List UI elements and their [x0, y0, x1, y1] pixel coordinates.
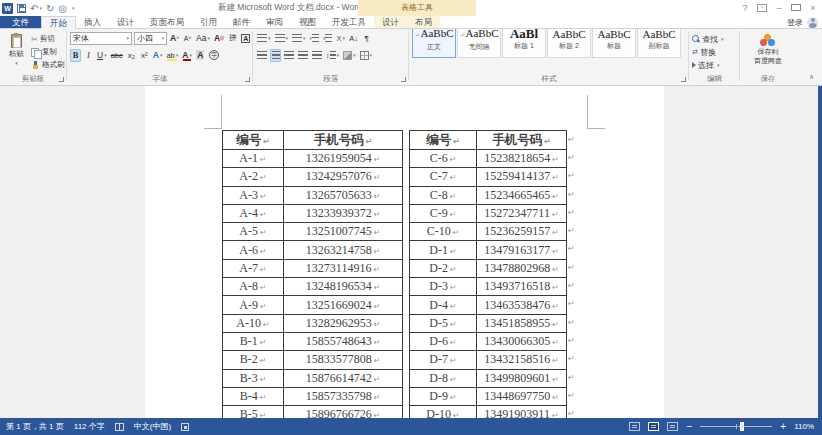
italic-button[interactable]: I	[83, 49, 94, 62]
grow-font-button[interactable]: A˄	[169, 32, 180, 45]
help-button[interactable]: ?	[740, 3, 750, 13]
close-button[interactable]: ×	[808, 3, 818, 13]
tab-references[interactable]: 引用	[192, 16, 225, 28]
change-case-button[interactable]: Aa▾	[195, 32, 211, 45]
table-cell[interactable]: 13432158516↵	[477, 351, 567, 369]
table-cell[interactable]: 13273114916↵	[284, 259, 403, 277]
tab-insert[interactable]: 插入	[76, 16, 109, 28]
table-cell[interactable]: 13233939372↵	[284, 204, 403, 222]
table-cell[interactable]: 13251669024↵	[284, 296, 403, 314]
table-cell[interactable]: 13451858955↵	[477, 314, 567, 332]
undo-button[interactable]: ↶▾	[30, 2, 42, 14]
table-cell[interactable]: D-10↵	[410, 406, 477, 418]
text-effects-button[interactable]: A▾	[152, 49, 164, 62]
font-color-button[interactable]: A▾	[181, 49, 193, 62]
tab-developer[interactable]: 开发工具	[324, 16, 374, 28]
table-cell[interactable]: D-8↵	[410, 369, 477, 387]
table-cell[interactable]: A-5↵	[223, 223, 284, 241]
save-to-baidu-button[interactable]: 保存到 百度网盘	[745, 31, 791, 71]
zoom-level[interactable]: 110%	[794, 422, 814, 431]
tab-mailings[interactable]: 邮件	[225, 16, 258, 28]
table-cell[interactable]: 13448697750↵	[477, 387, 567, 405]
character-shading-button[interactable]: A	[195, 49, 206, 62]
table-cell[interactable]: B-2↵	[223, 351, 284, 369]
show-hide-marks-button[interactable]: ¶	[361, 32, 372, 45]
table-cell[interactable]: A-1↵	[223, 150, 284, 168]
justify-button[interactable]	[297, 49, 309, 62]
macro-record-icon[interactable]	[181, 423, 189, 431]
tab-table-design[interactable]: 设计	[374, 16, 407, 28]
table-cell[interactable]: 13479163177↵	[477, 241, 567, 259]
copy-button[interactable]: 复制	[31, 45, 57, 59]
web-layout-button[interactable]	[667, 422, 678, 431]
table-cell[interactable]: 15259414137↵	[477, 168, 567, 186]
decrease-indent-button[interactable]: ‹	[309, 32, 320, 45]
shrink-font-button[interactable]: A˅	[182, 32, 193, 45]
table-cell[interactable]: 13261959054↵	[284, 150, 403, 168]
shading-button[interactable]: ▾	[342, 49, 357, 62]
table-cell[interactable]: 15234665465↵	[477, 186, 567, 204]
table-cell[interactable]: C-6↵	[410, 150, 477, 168]
table-cell[interactable]: C-9↵	[410, 204, 477, 222]
touch-mode-icon[interactable]: ◎	[58, 2, 67, 14]
table-cell[interactable]: 13282962953↵	[284, 314, 403, 332]
table-header-cell[interactable]: 手机号码↵	[284, 131, 403, 150]
replace-button[interactable]: ⇄ 替换	[692, 45, 716, 59]
zoom-out-button[interactable]: −	[686, 422, 692, 432]
clipboard-dialog-launcher[interactable]	[59, 77, 64, 82]
table-cell[interactable]: 13493716518↵	[477, 278, 567, 296]
highlight-color-button[interactable]: ab▾	[165, 49, 179, 62]
table-cell[interactable]: D-1↵	[410, 241, 477, 259]
table-cell[interactable]: 13265705633↵	[284, 186, 403, 204]
underline-button[interactable]: U▾	[96, 49, 108, 62]
tab-file[interactable]: 文件	[0, 16, 41, 28]
proofing-icon[interactable]	[115, 423, 124, 431]
subscript-button[interactable]: x₂	[126, 49, 137, 62]
styles-dialog-launcher[interactable]	[681, 77, 686, 82]
zoom-in-button[interactable]: +	[780, 422, 786, 432]
zoom-slider-thumb[interactable]	[740, 422, 744, 431]
tab-home[interactable]: 开始	[41, 16, 76, 29]
table-cell[interactable]: 15238218654↵	[477, 150, 567, 168]
cut-button[interactable]: ✂ 剪切	[31, 32, 55, 46]
table-cell[interactable]: D-2↵	[410, 259, 477, 277]
table-cell[interactable]: 15272347711↵	[477, 204, 567, 222]
zoom-slider[interactable]	[700, 426, 772, 427]
table-cell[interactable]: B-4↵	[223, 387, 284, 405]
table-cell[interactable]: A-9↵	[223, 296, 284, 314]
font-name-combobox[interactable]: 宋体▾	[70, 32, 132, 45]
table-header-cell[interactable]: 编号↵	[223, 131, 284, 150]
word-count[interactable]: 112 个字	[74, 421, 105, 432]
collapse-ribbon-button[interactable]: ∧	[809, 73, 814, 81]
clear-formatting-button[interactable]: A	[213, 32, 225, 45]
table-cell[interactable]: 13491903911↵	[477, 406, 567, 418]
table-header-cell[interactable]: 手机号码↵	[477, 131, 567, 150]
qat-customize-button[interactable]: ▾	[71, 2, 75, 14]
restore-button[interactable]	[791, 4, 801, 11]
table-cell[interactable]: 13499809601↵	[477, 369, 567, 387]
table-cell[interactable]: A-6↵	[223, 241, 284, 259]
table-cell[interactable]: A-8↵	[223, 278, 284, 296]
table-cell[interactable]: B-1↵	[223, 332, 284, 350]
print-layout-button[interactable]	[648, 422, 659, 431]
sort-button[interactable]: A↓	[348, 32, 359, 45]
line-spacing-button[interactable]: ↕▾	[325, 49, 340, 62]
table-cell[interactable]: 15855748643↵	[284, 332, 403, 350]
table-cell[interactable]: D-9↵	[410, 387, 477, 405]
paste-button[interactable]: 粘贴 ▾	[3, 31, 29, 71]
align-center-button[interactable]	[270, 49, 281, 62]
minimize-button[interactable]: –	[774, 3, 784, 13]
table-cell[interactable]: D-5↵	[410, 314, 477, 332]
find-button[interactable]: 查找▾	[692, 32, 724, 46]
table-cell[interactable]: 13251007745↵	[284, 223, 403, 241]
tab-design[interactable]: 设计	[109, 16, 142, 28]
table-cell[interactable]: 13248196534↵	[284, 278, 403, 296]
table-cell[interactable]: C-10↵	[410, 223, 477, 241]
sign-in[interactable]: 登录	[787, 16, 822, 28]
superscript-button[interactable]: x²	[139, 49, 150, 62]
table-cell[interactable]: C-8↵	[410, 186, 477, 204]
table-cell[interactable]: D-3↵	[410, 278, 477, 296]
table-cell[interactable]: A-4↵	[223, 204, 284, 222]
table-header-cell[interactable]: 编号↵	[410, 131, 477, 150]
table-cell[interactable]: 13430066305↵	[477, 332, 567, 350]
